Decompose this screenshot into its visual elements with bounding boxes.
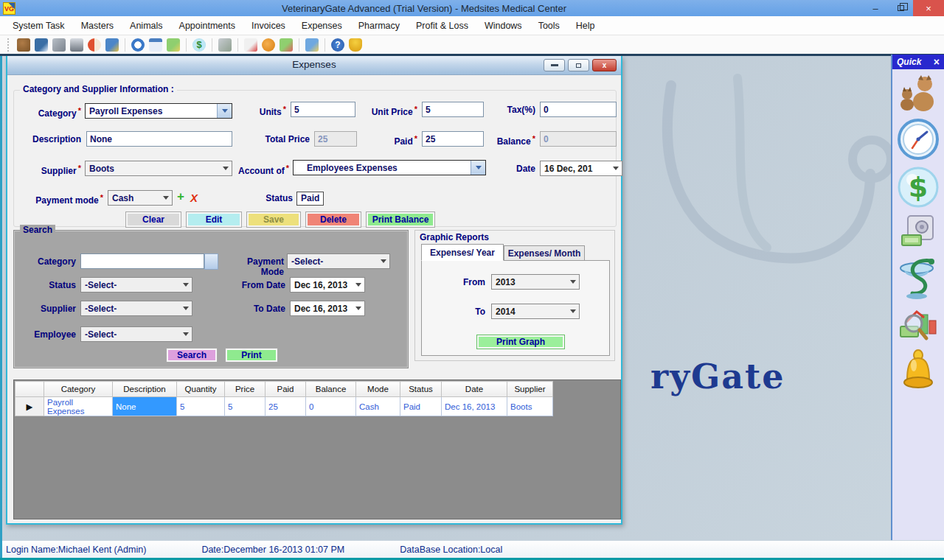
minimize-button[interactable]: – [863, 0, 888, 16]
grooming-icon[interactable] [105, 38, 119, 52]
billing-icon[interactable] [167, 38, 180, 52]
account-of-combobox[interactable]: Employees Expenses [293, 160, 486, 175]
animals-icon[interactable] [898, 74, 938, 112]
search-to-date-combobox[interactable]: Dec 16, 2013 [290, 301, 365, 316]
col-category[interactable]: Category [44, 382, 113, 397]
clock-icon[interactable] [898, 119, 939, 160]
paid-input[interactable] [422, 131, 484, 147]
pharmacy-icon[interactable] [305, 38, 319, 52]
menu-animals[interactable]: Animals [122, 18, 170, 34]
print-balance-button[interactable]: Print Balance [366, 211, 435, 228]
clock-icon[interactable] [131, 38, 145, 52]
menu-tools[interactable]: Tools [530, 18, 568, 34]
search-status-combobox[interactable]: -Select- [80, 277, 192, 293]
lab-icon[interactable] [70, 38, 83, 52]
money-icon[interactable]: $ [898, 167, 939, 208]
medication-icon[interactable] [88, 38, 101, 52]
menu-help[interactable]: Help [568, 18, 603, 34]
col-date[interactable]: Date [442, 382, 507, 397]
graph-to-combobox[interactable]: 2014 [491, 304, 580, 319]
clear-button[interactable]: Clear [125, 211, 181, 228]
search-category-dropdown-button[interactable] [204, 253, 218, 270]
search-button[interactable]: Search [166, 348, 218, 363]
pharmacy-icon[interactable] [898, 256, 939, 301]
menu-appointments[interactable]: Appointments [171, 18, 243, 34]
inventory-icon[interactable] [218, 38, 232, 52]
col-status[interactable]: Status [400, 382, 442, 397]
expenses-icon[interactable] [280, 38, 293, 52]
col-balance[interactable]: Balance [306, 382, 356, 397]
chevron-down-icon[interactable] [217, 104, 232, 118]
menu-profit-loss[interactable]: Profit & Loss [408, 18, 476, 34]
print-button[interactable]: Print [225, 348, 278, 363]
col-quantity[interactable]: Quantity [177, 382, 225, 397]
units-input[interactable] [291, 102, 355, 117]
menu-system-task[interactable]: System Task [4, 18, 73, 34]
menu-pharmacy[interactable]: Pharmacy [350, 18, 408, 34]
cell-paid[interactable]: 25 [266, 397, 306, 416]
restore-button[interactable] [888, 0, 913, 16]
animals-icon[interactable] [17, 38, 30, 52]
cell-mode[interactable]: Cash [356, 397, 400, 416]
menu-masters[interactable]: Masters [73, 18, 122, 34]
chevron-down-icon[interactable] [471, 161, 485, 175]
col-description[interactable]: Description [113, 382, 177, 397]
menu-invoices[interactable]: Invoices [243, 18, 294, 34]
supplier-combobox[interactable]: Boots [85, 161, 232, 176]
surgery-icon[interactable] [52, 38, 66, 52]
col-paid[interactable]: Paid [266, 382, 306, 397]
save-button[interactable]: Save [246, 211, 301, 228]
category-combobox[interactable]: Payroll Expenses [85, 103, 232, 119]
table-row[interactable]: ▶ Payroll Expenses None 5 5 25 0 Cash Pa… [15, 397, 553, 416]
cell-quantity[interactable]: 5 [177, 397, 225, 416]
date-combobox[interactable]: 16 Dec, 201 [540, 161, 622, 176]
cell-category[interactable]: Payroll Expenses [44, 397, 113, 416]
returns-icon[interactable] [262, 38, 275, 52]
dialog-minimize-button[interactable] [544, 59, 565, 71]
cell-price[interactable]: 5 [225, 397, 266, 416]
cell-date[interactable]: Dec 16, 2013 [442, 397, 507, 416]
delete-button[interactable]: Delete [305, 211, 361, 228]
reminder-bell-icon[interactable] [900, 349, 937, 392]
close-button[interactable]: × [913, 0, 944, 16]
cell-supplier[interactable]: Boots [507, 397, 553, 416]
col-price[interactable]: Price [225, 382, 266, 397]
search-supplier-combobox[interactable]: -Select- [80, 301, 192, 316]
payments-icon[interactable]: $ [192, 38, 206, 52]
unit-price-input[interactable] [422, 102, 484, 117]
search-category-input[interactable] [80, 253, 204, 269]
edit-button[interactable]: Edit [186, 211, 242, 228]
cash-safe-icon[interactable] [900, 214, 936, 250]
reports-icon[interactable] [899, 307, 937, 343]
tab-expenses-month[interactable]: Expenses/ Month [504, 245, 585, 261]
tab-expenses-year[interactable]: Expenses/ Year [421, 244, 504, 261]
tax-input[interactable] [540, 102, 617, 117]
help-icon[interactable]: ? [331, 38, 344, 52]
row-selector-cell[interactable]: ▶ [15, 397, 44, 416]
add-payment-mode-icon[interactable]: + [177, 191, 184, 203]
row-selector-header [15, 382, 44, 397]
menu-windows[interactable]: Windows [476, 18, 530, 34]
dialog-restore-button[interactable] [568, 59, 589, 71]
search-payment-mode-combobox[interactable]: -Select- [287, 253, 390, 269]
col-mode[interactable]: Mode [356, 382, 400, 397]
search-employee-combobox[interactable]: -Select- [80, 326, 192, 342]
purchases-icon[interactable] [244, 38, 257, 52]
payment-mode-combobox[interactable]: Cash [108, 190, 173, 206]
cell-description[interactable]: None [113, 397, 177, 416]
clients-icon[interactable] [35, 38, 48, 52]
quick-sidebar-close-icon[interactable]: × [934, 56, 940, 68]
description-input[interactable] [86, 131, 232, 147]
print-graph-button[interactable]: Print Graph [476, 335, 565, 349]
delete-payment-mode-icon[interactable]: X [190, 192, 198, 204]
dialog-close-button[interactable]: x [592, 59, 617, 71]
search-from-date-combobox[interactable]: Dec 16, 2013 [290, 277, 365, 293]
cell-status[interactable]: Paid [400, 397, 442, 416]
calendar-icon[interactable] [149, 38, 162, 52]
cell-balance[interactable]: 0 [306, 397, 356, 416]
title-bar: VeterinaryGate Advanced (Trial Version) … [0, 0, 944, 16]
reminders-icon[interactable] [349, 38, 362, 52]
col-supplier[interactable]: Supplier [507, 382, 553, 397]
graph-from-combobox[interactable]: 2013 [491, 274, 580, 290]
menu-expenses[interactable]: Expenses [294, 18, 350, 34]
